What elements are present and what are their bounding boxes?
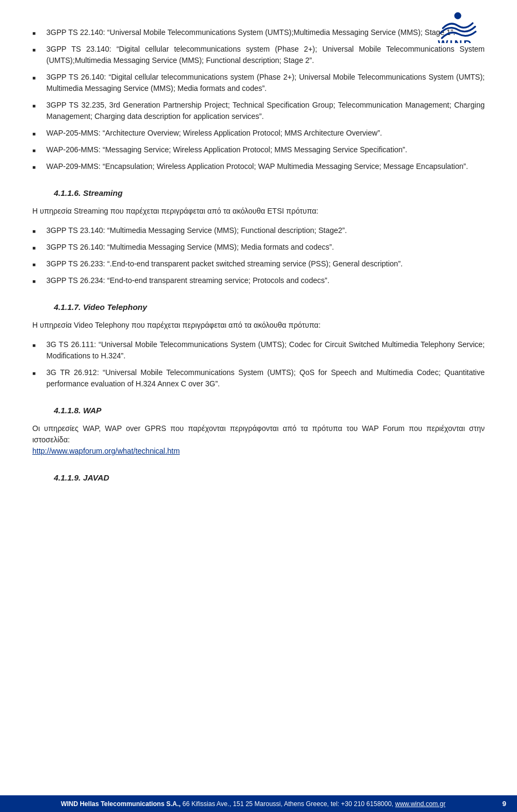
main-content: ■ 3GPP TS 22.140: “Universal Mobile Tele…	[32, 27, 485, 482]
bullet-icon: ■	[32, 74, 42, 82]
list-item: ■ WAP-206-MMS: “Messaging Service; Wirel…	[32, 144, 485, 156]
list-item: ■ 3GPP TS 23.140: “Multimedia Messaging …	[32, 225, 485, 236]
bullet-icon: ■	[32, 29, 42, 37]
section-417-bullets: ■ 3G TS 26.111: “Universal Mobile Teleco…	[32, 339, 485, 390]
list-item: ■ 3GPP TS 26.140: “Digital cellular tele…	[32, 72, 485, 94]
bullet-icon: ■	[32, 260, 42, 269]
list-item: ■ 3GPP TS 26.234: “End-to-end transparen…	[32, 275, 485, 286]
footer-address: 66 Kifissias Ave., 151 25 Maroussi, Athe…	[183, 800, 394, 808]
bullet-text: 3GPP TS 23.140: “Multimedia Messaging Se…	[46, 225, 485, 236]
list-item: ■ 3G TS 26.111: “Universal Mobile Teleco…	[32, 339, 485, 362]
section-419: 4.1.1.9. JAVAD	[32, 473, 485, 482]
svg-point-0	[455, 12, 462, 19]
bullet-text: WAP-205-MMS: “Architecture Overview; Wir…	[46, 128, 485, 139]
footer-page-number: 9	[495, 800, 506, 808]
section-416-heading: 4.1.1.6. Streaming	[54, 188, 485, 197]
section-417-heading: 4.1.1.7. Video Telephony	[54, 302, 485, 312]
initial-bullets: ■ 3GPP TS 22.140: “Universal Mobile Tele…	[32, 27, 485, 172]
section-418: 4.1.1.8. WAP Οι υπηρεσίες WAP, WAP over …	[32, 406, 485, 457]
list-item: ■ WAP-209-MMS: “Encapsulation; Wireless …	[32, 161, 485, 172]
section-416: 4.1.1.6. Streaming Η υπηρεσία Streaming …	[32, 188, 485, 286]
bullet-icon: ■	[32, 369, 42, 377]
bullet-text: WAP-206-MMS: “Messaging Service; Wireles…	[46, 144, 485, 156]
list-item: ■ 3GPP TS 26.140: “Multimedia Messaging …	[32, 242, 485, 253]
wap-forum-link[interactable]: http://www.wapforum.org/what/technical.h…	[32, 447, 180, 455]
footer-company: WIND Hellas Telecommunications S.A.,	[61, 800, 181, 808]
section-416-intro: Η υπηρεσία Streaming που παρέχεται περιγ…	[32, 206, 485, 217]
bullet-text: 3GPP TS 26.140: “Multimedia Messaging Se…	[46, 242, 485, 253]
section-419-heading: 4.1.1.9. JAVAD	[54, 473, 485, 482]
list-item: ■ 3GPP TS 32.235, 3rd Generation Partner…	[32, 100, 485, 122]
bullet-text: 3G TS 26.111: “Universal Mobile Telecomm…	[46, 339, 485, 362]
bullet-text: WAP-209-MMS: “Encapsulation; Wireless Ap…	[46, 161, 485, 172]
bullet-icon: ■	[32, 227, 42, 235]
wind-logo: WIND	[431, 11, 485, 43]
list-item: ■ 3G TR 26.912: “Universal Mobile Teleco…	[32, 367, 485, 390]
bullet-icon: ■	[32, 244, 42, 252]
list-item: ■ WAP-205-MMS: “Architecture Overview; W…	[32, 128, 485, 139]
bullet-icon: ■	[32, 341, 42, 349]
bullet-icon: ■	[32, 102, 42, 110]
page-footer: WIND Hellas Telecommunications S.A., 66 …	[0, 795, 517, 812]
footer-website-link[interactable]: www.wind.com.gr	[395, 800, 445, 808]
bullet-text: 3GPP TS 26.234: “End-to-end transparent …	[46, 275, 485, 286]
bullet-icon: ■	[32, 130, 42, 138]
svg-text:WIND: WIND	[438, 38, 473, 43]
section-417: 4.1.1.7. Video Telephony Η υπηρεσία Vide…	[32, 302, 485, 390]
bullet-icon: ■	[32, 46, 42, 54]
bullet-text: 3GPP TS 23.140: “Digital cellular teleco…	[46, 44, 485, 66]
list-item: ■ 3GPP TS 23.140: “Digital cellular tele…	[32, 44, 485, 66]
section-418-intro: Οι υπηρεσίες WAP, WAP over GPRS που παρέ…	[32, 423, 485, 457]
bullet-icon: ■	[32, 146, 42, 154]
bullet-text: 3GPP TS 32.235, 3rd Generation Partnersh…	[46, 100, 485, 122]
logo-area: WIND	[431, 11, 485, 45]
bullet-icon: ■	[32, 277, 42, 285]
list-item: ■ 3GPP TS 22.140: “Universal Mobile Tele…	[32, 27, 485, 38]
page-wrapper: WIND ■ 3GPP TS 22.140: “Universal Mobile…	[0, 0, 517, 533]
bullet-text: 3G TR 26.912: “Universal Mobile Telecomm…	[46, 367, 485, 390]
section-416-bullets: ■ 3GPP TS 23.140: “Multimedia Messaging …	[32, 225, 485, 286]
section-417-intro: Η υπηρεσία Video Telephony που παρέχεται…	[32, 320, 485, 331]
bullet-text: 3GPP TS 26.140: “Digital cellular teleco…	[46, 72, 485, 94]
footer-text: WIND Hellas Telecommunications S.A., 66 …	[11, 800, 495, 808]
section-418-heading: 4.1.1.8. WAP	[54, 406, 485, 415]
bullet-icon: ■	[32, 163, 42, 171]
list-item: ■ 3GPP TS 26.233: “.End-to-end transpare…	[32, 258, 485, 270]
bullet-text: 3GPP TS 26.233: “.End-to-end transparent…	[46, 258, 485, 270]
bullet-text: 3GPP TS 22.140: “Universal Mobile Teleco…	[46, 27, 485, 38]
